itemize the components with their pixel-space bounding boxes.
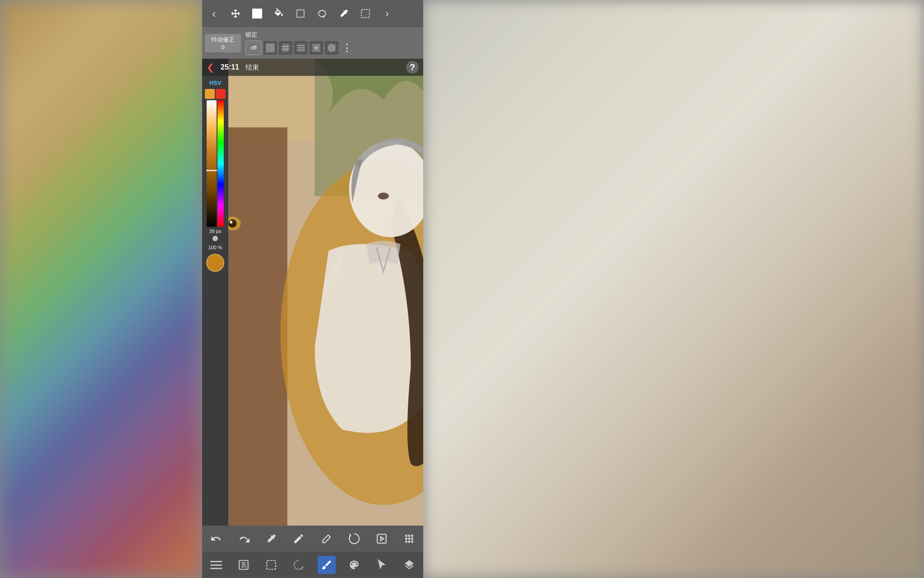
menu-button[interactable] bbox=[207, 556, 225, 574]
lasso-tool-button[interactable] bbox=[313, 5, 331, 23]
edit-button[interactable] bbox=[235, 556, 253, 574]
hue-bar[interactable] bbox=[217, 100, 224, 227]
move-tool-button[interactable] bbox=[226, 5, 245, 23]
lock-section: 锁定 off bbox=[245, 31, 352, 55]
brush-button-active[interactable] bbox=[318, 556, 336, 574]
palette-button[interactable] bbox=[345, 556, 363, 574]
bottom-toolbar-2 bbox=[202, 552, 423, 578]
main-panel: ‹ bbox=[202, 0, 423, 578]
left-background bbox=[0, 0, 202, 578]
svg-rect-1 bbox=[361, 9, 370, 18]
svg-rect-10 bbox=[281, 43, 290, 52]
lock-radial[interactable] bbox=[325, 41, 338, 55]
stabilizer-label: 抖动修正 bbox=[209, 36, 236, 44]
timer-display: 25:11 bbox=[221, 63, 239, 71]
hsv-label[interactable]: HSV bbox=[209, 79, 222, 86]
brush-preview-dot bbox=[213, 236, 218, 241]
lock-crosshatch[interactable] bbox=[310, 41, 323, 55]
help-button[interactable]: ? bbox=[406, 61, 419, 74]
svg-rect-39 bbox=[210, 561, 222, 562]
stabilizer-value: 0 bbox=[209, 44, 236, 51]
svg-rect-40 bbox=[210, 564, 222, 566]
timer-overlay: ❮ 25:11 结束 ? bbox=[202, 59, 423, 76]
layers-button[interactable] bbox=[400, 556, 418, 574]
next-button[interactable]: › bbox=[378, 5, 396, 23]
second-toolbar: 抖动修正 0 锁定 off bbox=[202, 27, 423, 59]
content-area: ❮ 25:11 结束 ? HSV bbox=[202, 59, 423, 526]
swatch-orange[interactable] bbox=[205, 89, 215, 99]
swatch-red[interactable] bbox=[216, 89, 226, 99]
svg-point-34 bbox=[378, 193, 389, 200]
svg-rect-43 bbox=[267, 560, 276, 569]
apps-button[interactable] bbox=[400, 530, 418, 548]
brush-size-label: 39 px bbox=[209, 228, 222, 234]
undo-button[interactable] bbox=[207, 530, 225, 548]
color-panel: HSV 39 px 100 % bbox=[202, 59, 228, 526]
svg-rect-31 bbox=[228, 127, 287, 526]
color-bars bbox=[207, 100, 224, 227]
cursor-button[interactable] bbox=[373, 556, 391, 574]
rotate-button[interactable] bbox=[345, 530, 363, 548]
svg-rect-38 bbox=[377, 534, 386, 543]
saturation-value-bar[interactable] bbox=[207, 100, 217, 227]
svg-point-37 bbox=[230, 221, 232, 224]
lock-grid[interactable] bbox=[279, 41, 292, 55]
svg-point-0 bbox=[319, 10, 326, 17]
timer-back-icon[interactable]: ❮ bbox=[207, 62, 214, 73]
current-color-swatch[interactable] bbox=[206, 254, 224, 272]
fill-tool-button[interactable] bbox=[270, 5, 288, 23]
right-background bbox=[423, 0, 924, 578]
small-shape-button[interactable] bbox=[291, 5, 310, 23]
end-button[interactable]: 结束 bbox=[245, 63, 259, 72]
lock-label: 锁定 bbox=[245, 31, 352, 39]
stabilizer-box[interactable]: 抖动修正 0 bbox=[205, 34, 241, 52]
artwork-svg bbox=[228, 59, 423, 526]
lock-hlines[interactable] bbox=[294, 41, 308, 55]
selection-tool-button[interactable] bbox=[262, 556, 280, 574]
export-button[interactable] bbox=[373, 530, 391, 548]
lasso-select-button[interactable] bbox=[290, 556, 308, 574]
lock-buttons: off bbox=[245, 41, 352, 55]
top-toolbar: ‹ bbox=[202, 0, 423, 27]
selection-button[interactable] bbox=[356, 5, 374, 23]
eyedropper-tool-button[interactable] bbox=[262, 530, 280, 548]
svg-rect-41 bbox=[210, 568, 222, 569]
opacity-label: 100 % bbox=[208, 245, 222, 250]
lock-hatch-diagonal[interactable] bbox=[263, 41, 277, 55]
eyedropper-button[interactable] bbox=[335, 5, 353, 23]
back-button[interactable]: ‹ bbox=[205, 5, 223, 23]
svg-point-27 bbox=[331, 47, 333, 49]
shape-tool-button[interactable] bbox=[248, 5, 266, 23]
eraser-button[interactable] bbox=[318, 530, 336, 548]
lock-off-button[interactable]: off bbox=[245, 41, 262, 55]
bottom-toolbar-1 bbox=[202, 526, 423, 552]
pen-tool-button[interactable] bbox=[290, 530, 308, 548]
color-swatches bbox=[205, 89, 226, 99]
more-options-button[interactable]: ⋮ bbox=[342, 42, 352, 54]
svg-point-36 bbox=[228, 219, 236, 228]
redo-button[interactable] bbox=[235, 530, 253, 548]
drawing-canvas bbox=[228, 59, 423, 526]
